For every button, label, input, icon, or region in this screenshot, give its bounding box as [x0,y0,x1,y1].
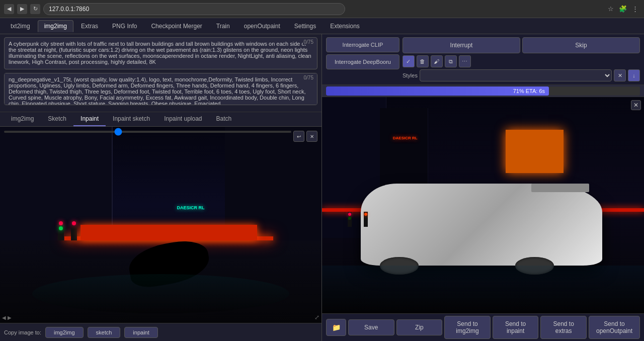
mode-tabs: img2img Sketch Inpaint Inpaint sketch In… [0,112,321,127]
browser-bar: ◀ ▶ ↻ ☆ 🧩 ⋮ [0,0,644,18]
positive-prompt-box: A cyberpunk city street with lots of tra… [4,37,317,71]
result-image: DAESICR RL [322,97,644,313]
tab-extras[interactable]: Extras [74,20,105,32]
progress-bar: 71% ETA: 6s [326,87,549,96]
copy-label: Copy image to: [4,329,41,335]
canvas-clear-button[interactable]: ✕ [306,131,317,142]
progress-bar-container: 71% ETA: 6s [322,85,644,97]
send-to-img2img-button[interactable]: Send to img2img [444,316,491,339]
tab-mode-inpaint[interactable]: Inpaint [73,112,106,126]
tab-openoutpaint[interactable]: openOutpaint [237,20,287,32]
tab-pnginfo[interactable]: PNG Info [106,20,143,32]
result-orange-banner [506,130,564,173]
style-icons-row: ✓ 🗑 🖌 ⧉ ⋯ [403,55,640,67]
tab-mode-inpaint-upload[interactable]: Inpaint upload [157,112,209,126]
main-layout: A cyberpunk city street with lots of tra… [0,34,644,341]
zip-button[interactable]: Zip [396,319,443,335]
prompt-section: A cyberpunk city street with lots of tra… [0,34,321,112]
copy-to-sketch-button[interactable]: sketch [88,327,121,338]
canvas-toolbar: ↩ ✕ [293,131,317,142]
style-row: Styles ✕ ↓ [403,69,640,81]
styles-label: Styles [403,71,418,79]
interrupt-button[interactable]: Interrupt [403,37,520,53]
nav-tabs: txt2img img2img Extras PNG Info Checkpoi… [0,18,644,34]
positive-prompt-counter: 0/75 [303,39,314,45]
send-to-extras-button[interactable]: Send to extras [540,316,587,339]
progress-track: 71% ETA: 6s [326,87,640,96]
interrupt-skip-column: Interrupt Skip ✓ 🗑 🖌 ⧉ ⋯ Styles ✕ [403,37,640,81]
result-cyberpunk-scene: DAESICR RL [322,97,644,313]
progress-text: 71% ETA: 6s [513,88,545,94]
interrupt-skip-row: Interrupt Skip [403,37,640,53]
tab-mode-inpaint-sketch[interactable]: Inpaint sketch [106,112,157,126]
back-button[interactable]: ◀ [4,4,14,14]
negative-prompt-textarea[interactable]: ng_deepnegative_v1_75t, (worst quality, … [4,73,317,105]
folder-button[interactable]: 📁 [326,319,346,336]
negative-prompt-counter: 0/75 [303,75,314,80]
right-panel: Interrogate CLIP Interrogate DeepBooru I… [322,34,644,341]
result-close-button[interactable]: ✕ [631,100,641,110]
style-brush-icon[interactable]: 🖌 [431,55,443,67]
interrogate-column: Interrogate CLIP Interrogate DeepBooru [326,37,399,69]
tab-extensions[interactable]: Extensions [324,20,366,32]
tab-mode-batch[interactable]: Batch [209,112,239,126]
skip-button[interactable]: Skip [522,37,640,53]
url-bar[interactable] [43,3,345,15]
bookmark-icon[interactable]: ☆ [606,4,616,14]
send-to-openoutpaint-button[interactable]: Send to openOutpaint [589,316,640,339]
interrogate-deepbooru-button[interactable]: Interrogate DeepBooru [326,54,399,69]
action-buttons: 📁 Save Zip Send to img2img Send to inpai… [322,313,644,341]
refresh-button[interactable]: ↻ [30,4,40,14]
forward-button[interactable]: ▶ [17,4,27,14]
brush-slider-container [4,131,291,133]
brush-size-slider[interactable] [4,131,291,133]
result-area: DAESICR RL [322,97,644,313]
car-body [361,184,602,266]
copy-to-inpaint-button[interactable]: inpaint [124,327,157,338]
send-to-inpaint-button[interactable]: Send to inpaint [493,316,539,339]
style-more-icon[interactable]: ⋯ [459,55,471,67]
interrogate-clip-button[interactable]: Interrogate CLIP [326,37,399,52]
negative-prompt-box: ng_deepnegative_v1_75t, (worst quality, … [4,73,317,107]
extensions-icon[interactable]: 🧩 [618,4,628,14]
canvas-image: DAESICR RL [0,127,321,323]
canvas-undo-button[interactable]: ↩ [293,131,304,142]
zoom-indicator: ◀ ▶ [2,315,12,320]
tab-mode-sketch[interactable]: Sketch [41,112,73,126]
canvas-bottom: ◀ ▶ ⤢ [2,314,319,321]
style-check-icon[interactable]: ✓ [403,55,415,67]
tab-settings[interactable]: Settings [288,20,323,32]
style-clear-icon[interactable]: ✕ [614,69,626,81]
styles-select[interactable] [420,69,612,81]
style-trash-icon[interactable]: 🗑 [417,55,429,67]
positive-prompt-textarea[interactable]: A cyberpunk city street with lots of tra… [4,37,317,69]
left-panel: A cyberpunk city street with lots of tra… [0,34,322,341]
menu-icon[interactable]: ⋮ [630,4,640,14]
browser-icons: ☆ 🧩 ⋮ [606,4,640,14]
style-copy-icon[interactable]: ⧉ [445,55,457,67]
tab-img2img[interactable]: img2img [38,20,73,32]
tab-mode-img2img[interactable]: img2img [4,112,41,126]
save-button[interactable]: Save [348,319,394,335]
result-neon-sign: DAESICR RL [393,136,418,140]
tab-txt2img[interactable]: txt2img [4,20,37,32]
right-top-controls: Interrogate CLIP Interrogate DeepBooru I… [322,34,644,85]
copy-section: Copy image to: img2img sketch inpaint [0,323,321,341]
expand-button[interactable]: ⤢ [314,314,319,321]
canvas-area[interactable]: DAESICR RL ↩ ✕ ◀ ▶ ⤢ [0,127,321,323]
tab-checkpoint-merger[interactable]: Checkpoint Merger [144,20,208,32]
tab-train[interactable]: Train [210,20,236,32]
copy-to-img2img-button[interactable]: img2img [45,327,84,338]
style-apply-icon[interactable]: ↓ [628,69,640,81]
